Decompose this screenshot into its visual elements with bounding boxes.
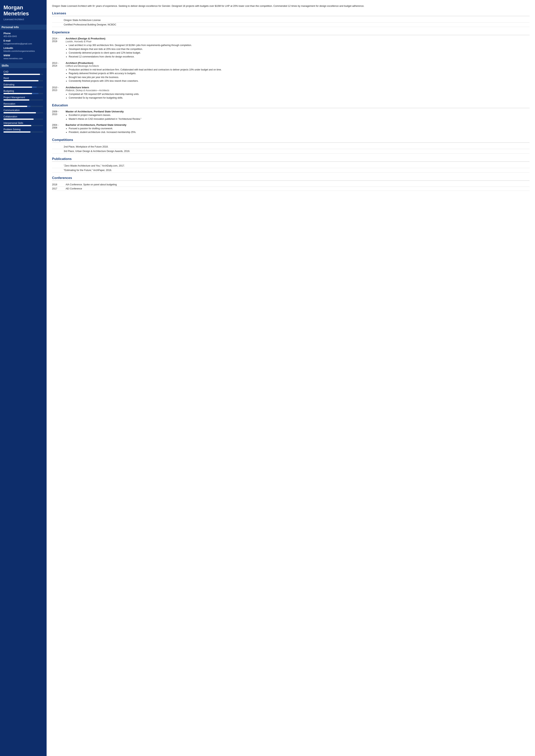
- skill-item: Problem Solving: [4, 128, 43, 132]
- skill-name: CAD: [4, 70, 43, 73]
- skill-item: Communication: [4, 109, 43, 113]
- skills-section: Skills CADRevitEstimatingBudgetingProjec…: [4, 63, 43, 132]
- competition-item: 3rd Place, Urban Design & Architecture D…: [52, 149, 530, 154]
- skill-bar-fill: [4, 112, 36, 113]
- exp-detail: Architect (Production)Clifford and Bever…: [66, 62, 530, 83]
- personal-info-heading: Personal Info: [0, 25, 46, 30]
- skill-bar-background: [4, 93, 43, 94]
- phone-label: Phone: [4, 32, 43, 35]
- skill-bar-background: [4, 131, 43, 132]
- skill-item: Budgeting: [4, 90, 43, 94]
- skill-bar-background: [4, 119, 43, 120]
- education-list: 2009 - 2010Master of Architecture, Portl…: [52, 110, 530, 134]
- edu-bullet: Excelled in project management classes.: [69, 114, 530, 117]
- education-row: 2004 - 2008Bachelor of Architecture, Por…: [52, 124, 530, 134]
- conferences-section: Conferences 2018AIA Conference. Spoke on…: [52, 176, 530, 191]
- exp-bullet: Production architect in mid-level archit…: [69, 68, 530, 71]
- competition-item: 2nd Place, Workplace of the Future 2018.: [52, 145, 530, 149]
- email-label: E-mail: [4, 40, 43, 42]
- skill-item: Project Management: [4, 96, 43, 100]
- licenses-list: Oregon State Architecture LicenseCertifi…: [52, 18, 530, 27]
- exp-company: Locklin, Horowitz & Phair: [66, 40, 530, 43]
- skill-bar-extra: [32, 93, 39, 94]
- exp-bullets: Completed all 700 required IDP architect…: [66, 93, 530, 100]
- candidate-title: Licensed Architect: [4, 18, 43, 21]
- competitions-list: 2nd Place, Workplace of the Future 2018.…: [52, 145, 530, 154]
- exp-job-title: Architecture Intern: [66, 86, 530, 89]
- name-line2: Menetries: [4, 11, 29, 16]
- skill-name: Problem Solving: [4, 128, 43, 131]
- exp-bullets: Production architect in mid-level archit…: [66, 68, 530, 83]
- www-label: WWW: [4, 54, 43, 57]
- skill-bar-background: [4, 87, 43, 88]
- education-section: Education 2009 - 2010Master of Architect…: [52, 103, 530, 134]
- edu-bullets: Excelled in project management classes.M…: [66, 114, 530, 121]
- sidebar: Morgan Menetries Licensed Architect Pers…: [0, 0, 46, 756]
- skill-name: Revit: [4, 77, 43, 80]
- edu-date: 2004 - 2008: [52, 124, 66, 134]
- experience-row: 2013 - 2014Architect (Production)Cliffor…: [52, 62, 530, 83]
- skill-bar-fill: [4, 99, 29, 100]
- publications-list: "Zero Waste Architecture and You," ArchD…: [52, 164, 530, 173]
- skill-bar-background: [4, 112, 43, 113]
- conference-row: 2018AIA Conference. Spoke on panel about…: [52, 182, 530, 187]
- exp-bullets: Lead architect in a top 300 architecture…: [66, 44, 530, 58]
- name-line1: Morgan: [4, 5, 23, 11]
- skill-item: Revit: [4, 77, 43, 81]
- skill-bar-background: [4, 80, 43, 81]
- experience-heading: Experience: [52, 31, 530, 35]
- competitions-heading: Competitions: [52, 138, 530, 143]
- skill-bar-extra: [27, 106, 30, 107]
- exp-company: Clifford and Beverage Architects: [66, 65, 530, 67]
- education-heading: Education: [52, 103, 530, 108]
- skill-bar-background: [4, 74, 43, 75]
- skill-name: Renovation: [4, 102, 43, 105]
- experience-row: 2014 - 2019Architect (Design & Productio…: [52, 37, 530, 59]
- email-value: morganmenetries@gmail.com: [4, 42, 43, 45]
- skill-bar-extra: [32, 87, 37, 88]
- conference-desc: AIA Conference. Spoke on panel about bud…: [66, 183, 117, 186]
- exp-date: 2010 - 2013: [52, 86, 66, 100]
- licenses-heading: Licenses: [52, 12, 530, 16]
- conference-year: 2018: [52, 183, 66, 186]
- licenses-section: Licenses Oregon State Architecture Licen…: [52, 12, 530, 27]
- exp-company: Philbrick, Dickey & Associates—Architect…: [66, 89, 530, 92]
- skill-bar-fill: [4, 80, 39, 81]
- publication-item: "Zero Waste Architecture and You," ArchD…: [52, 164, 530, 168]
- edu-bullet: Master's thesis on CAD innovation publis…: [69, 117, 530, 121]
- skill-bar-fill: [4, 125, 31, 126]
- skill-bar-fill: [4, 87, 32, 88]
- edu-detail: Bachelor of Architecture, Portland State…: [66, 124, 530, 134]
- skill-bar-background: [4, 99, 43, 100]
- skill-bar-background: [4, 125, 43, 126]
- license-item: Oregon State Architecture License: [52, 18, 530, 22]
- skill-name: Communication: [4, 109, 43, 112]
- skill-bar-fill: [4, 93, 32, 94]
- skill-name: Collaboration: [4, 115, 43, 118]
- education-row: 2009 - 2010Master of Architecture, Portl…: [52, 110, 530, 121]
- conference-desc: AEI Conference: [66, 187, 82, 190]
- publication-item: "Estimating for the Future," ArchPaper, …: [52, 168, 530, 173]
- edu-bullet: President, student architecture club. In…: [69, 131, 530, 134]
- summary: Oregon State Licensed Architect with 9+ …: [52, 4, 530, 8]
- exp-detail: Architecture InternPhilbrick, Dickey & A…: [66, 86, 530, 100]
- publications-heading: Publications: [52, 157, 530, 162]
- exp-bullet: Lead architect in a top 300 architecture…: [69, 44, 530, 47]
- skills-heading: Skills: [0, 63, 46, 68]
- www-value: www.menetries.com: [4, 57, 43, 60]
- exp-bullet: Received 12 commendations from clients f…: [69, 55, 530, 58]
- exp-job-title: Architect (Production): [66, 62, 530, 65]
- linkedin-value: linkedin.com/in/morganmenetries: [4, 50, 43, 52]
- skill-item: Renovation: [4, 102, 43, 107]
- skill-name: Interpersonal Skills: [4, 122, 43, 125]
- exp-bullet: Brought two new jobs per year into the b…: [69, 76, 530, 79]
- skill-bar-fill: [4, 74, 40, 75]
- license-item: Certified Professional Building Designer…: [52, 22, 530, 27]
- publications-section: Publications "Zero Waste Architecture an…: [52, 157, 530, 173]
- conference-year: 2017: [52, 187, 66, 190]
- exp-bullet: Consistently delivered projects to clien…: [69, 51, 530, 55]
- skill-bar-fill: [4, 106, 27, 107]
- edu-degree: Master of Architecture, Portland State U…: [66, 110, 530, 113]
- skills-list: CADRevitEstimatingBudgetingProject Manag…: [4, 70, 43, 132]
- experience-section: Experience 2014 - 2019Architect (Design …: [52, 31, 530, 100]
